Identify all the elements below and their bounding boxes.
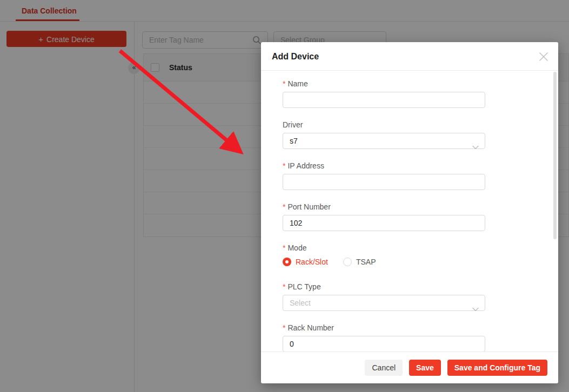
- radio-tsap-label: TSAP: [356, 258, 376, 266]
- name-field[interactable]: [283, 92, 485, 108]
- modal-title: Add Device: [272, 52, 319, 61]
- save-button[interactable]: Save: [409, 360, 441, 376]
- modal-header: Add Device: [261, 42, 558, 71]
- plc-type-select-placeholder: Select: [290, 299, 311, 307]
- driver-select[interactable]: s7: [283, 133, 485, 149]
- cancel-button[interactable]: Cancel: [365, 360, 403, 376]
- required-marker: *: [283, 79, 285, 88]
- form-group-driver: Driver s7: [283, 120, 485, 131]
- form-group-plc-type: *PLC Type Select: [283, 282, 485, 293]
- required-marker: *: [283, 282, 285, 291]
- add-device-modal: Add Device *Name Driver s7: [261, 42, 558, 383]
- plc-type-select[interactable]: Select: [283, 295, 485, 311]
- form-group-port-number: *Port Number: [283, 202, 485, 213]
- mode-label: *Mode: [283, 244, 485, 254]
- required-marker: *: [283, 323, 285, 332]
- modal-footer: Cancel Save Save and Configure Tag: [261, 352, 558, 383]
- form-group-ip-address: *IP Address: [283, 161, 485, 172]
- radio-unselected-icon: [343, 258, 352, 266]
- chevron-down-icon: [472, 139, 479, 154]
- save-and-configure-tag-button[interactable]: Save and Configure Tag: [447, 360, 547, 376]
- modal-body: *Name Driver s7 *IP Address: [261, 71, 558, 352]
- plc-type-label: *PLC Type: [283, 282, 485, 293]
- form-group-rack-number: *Rack Number: [283, 323, 485, 334]
- ip-address-label: *IP Address: [283, 161, 485, 172]
- required-marker: *: [283, 202, 285, 211]
- radio-tsap[interactable]: TSAP: [343, 258, 376, 266]
- page: Data Collection +Create Device « Select …: [0, 0, 569, 392]
- required-marker: *: [283, 161, 285, 170]
- port-number-field[interactable]: [283, 215, 485, 231]
- form-group-name: *Name: [283, 79, 485, 90]
- radio-rack-slot-label: Rack/Slot: [296, 258, 328, 266]
- rack-number-label: *Rack Number: [283, 323, 485, 334]
- mode-radio-group: Rack/Slot TSAP: [283, 258, 376, 266]
- form-group-mode: *Mode Rack/Slot TSAP: [283, 244, 485, 254]
- radio-selected-icon: [283, 258, 291, 266]
- required-marker: *: [283, 244, 285, 252]
- close-icon[interactable]: [538, 51, 550, 63]
- driver-select-value: s7: [290, 137, 298, 145]
- port-number-label: *Port Number: [283, 202, 485, 213]
- rack-number-field[interactable]: [283, 336, 485, 352]
- driver-label: Driver: [283, 120, 485, 131]
- modal-scrollbar-thumb[interactable]: [553, 72, 557, 239]
- radio-rack-slot[interactable]: Rack/Slot: [283, 258, 328, 266]
- ip-address-field[interactable]: [283, 174, 485, 190]
- chevron-down-icon: [472, 301, 479, 316]
- name-label: *Name: [283, 79, 485, 90]
